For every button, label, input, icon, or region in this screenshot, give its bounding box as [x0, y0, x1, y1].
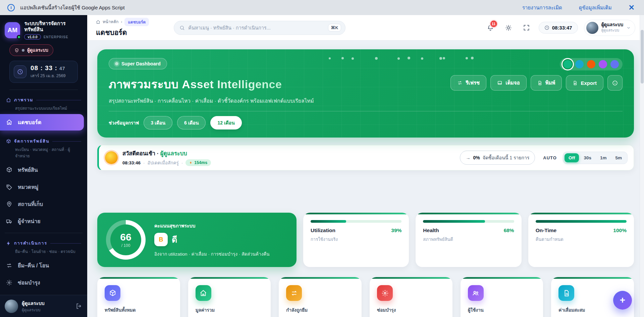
refresh-icon — [457, 80, 463, 86]
avatar — [5, 300, 18, 313]
kpi-desc: สภาพทรัพย์สินดี — [423, 236, 514, 243]
clock-seconds: 47 — [59, 66, 65, 71]
sidebar-item-dashboard[interactable]: แดชบอร์ด — [0, 114, 84, 130]
stat-card-maintenance: ซ่อมบำรุง 11 — [370, 277, 452, 317]
sidebar-item-assets[interactable]: ทรัพย์สิน — [0, 162, 84, 178]
divider — [5, 233, 83, 233]
print-button[interactable]: พิมพ์ — [531, 75, 562, 91]
sun-icon — [505, 24, 512, 31]
document-icon — [537, 81, 542, 86]
clock-icon — [14, 65, 26, 78]
home-icon — [6, 98, 11, 103]
swap-arrows-icon — [290, 289, 298, 297]
edition-label: ENTERPRISE — [44, 35, 68, 39]
score-desc: อิงจาก utilization · ค่าเสื่อม · การซ่อม… — [154, 250, 270, 258]
version-badge: v1.0.0 — [24, 34, 41, 40]
global-search[interactable]: ⌘K — [174, 21, 345, 35]
swatch-indigo[interactable] — [610, 60, 619, 68]
document-icon — [573, 81, 578, 86]
user-role: ผู้ดูแลระบบ — [601, 27, 623, 33]
greeting-bar: สวัสดีตอนเช้า · ผู้ดูแลระบบ 08:33:46 · อ… — [97, 145, 634, 170]
refresh-button[interactable]: รีเฟรช — [450, 75, 486, 91]
footer-user-name: ผู้ดูแลระบบ — [22, 300, 45, 307]
scrollbar-thumb[interactable] — [641, 30, 644, 84]
auto-off-option[interactable]: Off — [565, 153, 579, 162]
section-assets-label: จัดการทรัพย์สิน — [14, 138, 49, 145]
top-header: หน้าหลัก › แดชบอร์ด แดชบอร์ด ⌘K 11 — [87, 15, 644, 41]
notifications-button[interactable]: 11 — [484, 22, 496, 34]
info-icon — [612, 80, 618, 86]
kpi-title: On-Time — [536, 227, 557, 233]
role-badge: ผู้ดูแลระบบ — [9, 44, 53, 56]
export-button[interactable]: Export — [566, 75, 603, 91]
sidebar-item-borrow-return[interactable]: ยืม–คืน / โอน — [0, 257, 84, 274]
sidebar: AM ระบบบริหารจัดการทรัพย์สิน v1.0.0 ENTE… — [0, 15, 87, 317]
auto-30s-option[interactable]: 30s — [580, 153, 595, 162]
clock-time: 08 : 33 : — [31, 64, 57, 71]
clock-icon — [544, 25, 549, 30]
section-assets-desc: ทะเบียน · หมวดหมู่ · สถานที่ · ผู้จำหน่า… — [0, 145, 87, 161]
updated-label: อัปเดตเมื่อสักครู่ — [148, 159, 179, 166]
learn-more-link[interactable]: ดูข้อมูลเพิ่มเติม — [579, 4, 612, 12]
shield-icon — [14, 48, 19, 53]
sidebar-item-categories[interactable]: หมวดหมู่ — [0, 179, 84, 195]
stat-card-total-value: มูลค่ารวม 7,271,123 ฿ — [188, 277, 271, 317]
range-6m-button[interactable]: 6 เดือน — [177, 116, 206, 129]
report-abuse-link[interactable]: รายงานการละเมิด — [522, 4, 562, 12]
add-button[interactable]: + — [613, 291, 632, 310]
range-12m-button[interactable]: 12 เดือน — [210, 116, 241, 129]
chart-range-selector: ช่วงข้อมูลกราฟ 3 เดือน 6 เดือน 12 เดือน — [109, 116, 623, 129]
gear-icon — [6, 279, 12, 286]
cube-icon — [6, 139, 11, 144]
kpi-value: 39% — [391, 227, 401, 233]
purchase-text: จัดซื้อเดือนนี้ 1 รายการ — [483, 154, 530, 161]
user-menu[interactable]: ผู้ดูแลระบบ ผู้ดูแลระบบ — [584, 20, 635, 36]
swatch-green[interactable] — [564, 60, 572, 68]
info-button[interactable] — [607, 75, 623, 91]
hero-title: ภาพรวมระบบ Asset Intelligence — [109, 75, 282, 93]
tag-icon — [6, 184, 12, 190]
fullscreen-icon — [497, 80, 502, 86]
theme-toggle-button[interactable] — [502, 22, 515, 34]
auto-1m-option[interactable]: 1m — [596, 153, 611, 162]
scrollbar[interactable] — [640, 15, 644, 317]
swatch-purple[interactable] — [599, 60, 607, 68]
sidebar-item-vendors[interactable]: ผู้จำหน่าย — [0, 213, 84, 229]
search-shortcut-kbd: ⌘K — [328, 24, 341, 32]
range-3m-button[interactable]: 3 เดือน — [144, 116, 172, 129]
fullscreen-hero-button[interactable]: เต็มจอ — [490, 75, 527, 91]
stat-label: มูลค่ารวม — [196, 306, 264, 314]
hero-subtitle: สรุปสถานะทรัพย์สิน · การเคลื่อนไหว · ค่า… — [109, 97, 623, 105]
hero-card: Super Dashboard ภาพรวมระบบ Asset Intelli… — [97, 49, 634, 138]
divider — [109, 111, 623, 111]
search-icon — [179, 25, 185, 31]
ontime-card: On-Time100% คืนตามกำหนด — [528, 213, 634, 267]
breadcrumb-current: แดชบอร์ด — [124, 18, 149, 26]
purchase-percent: 0% — [473, 155, 480, 160]
search-input[interactable] — [188, 25, 324, 31]
logout-icon[interactable] — [75, 303, 83, 310]
grade-badge: B — [154, 233, 168, 246]
sidebar-item-maintenance[interactable]: ซ่อมบำรุง — [0, 274, 84, 291]
dashboard-content: Super Dashboard ภาพรวมระบบ Asset Intelli… — [87, 41, 644, 317]
greeting-time: 08:33:46 — [122, 160, 141, 165]
fullscreen-button[interactable] — [521, 22, 533, 34]
swatch-blue[interactable] — [575, 60, 584, 68]
close-icon[interactable]: ✕ — [629, 3, 635, 12]
health-card: Health68% สภาพทรัพย์สินดี — [416, 213, 521, 267]
auto-5m-option[interactable]: 5m — [611, 153, 626, 162]
breadcrumb-home[interactable]: หน้าหลัก — [103, 18, 118, 25]
sidebar-item-locations[interactable]: สถานที่เก็บ — [0, 196, 84, 212]
swatch-orange[interactable] — [587, 60, 595, 68]
stat-card-total-assets: ทรัพย์สินทั้งหมด 100 — [97, 277, 180, 317]
score-value: 66 — [120, 232, 131, 242]
stat-label: ซ่อมบำรุง — [377, 306, 445, 314]
app-title: ระบบบริหารจัดการทรัพย์สิน — [24, 20, 83, 33]
section-operations-label: การดำเนินการ — [14, 240, 47, 247]
users-icon — [472, 289, 479, 297]
page-title: แดชบอร์ด — [96, 27, 149, 38]
progress-bar — [311, 220, 346, 223]
map-pin-icon — [6, 201, 12, 207]
section-overview-label: ภาพรวม — [14, 97, 33, 103]
sidebar-item-dispose[interactable]: จำหน่ายออก — [0, 292, 84, 295]
